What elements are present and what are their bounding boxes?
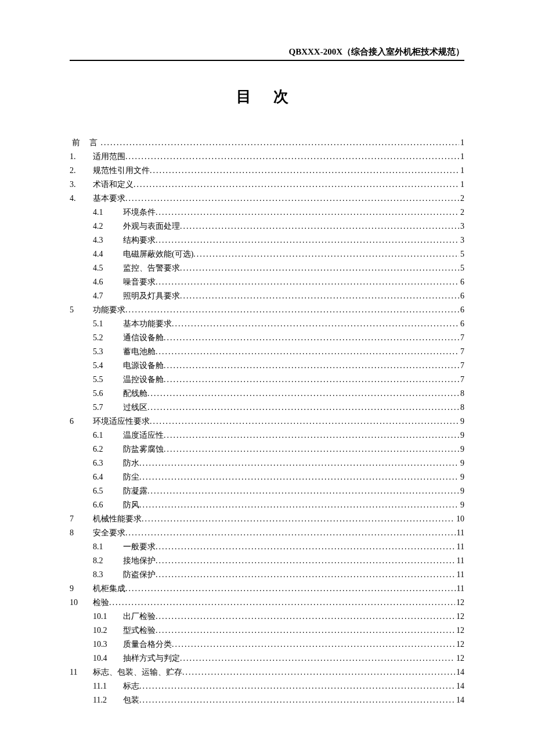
toc-dot-leader	[147, 387, 459, 401]
toc-entry-label: 出厂检验	[123, 610, 156, 624]
toc-entry-number: 6.6	[93, 498, 123, 512]
toc-entry-label: 环境适应性要求	[93, 415, 150, 429]
toc-entry-page: 8	[459, 401, 464, 415]
toc-entry-label: 标志、包装、运输、贮存	[93, 665, 182, 679]
toc-entry: 5.1基本功能要求6	[70, 317, 464, 331]
toc-entry: 4.7照明及灯具要求6	[70, 289, 464, 303]
toc-entry-page: 7	[459, 373, 464, 387]
toc-entry-number: 4.1	[93, 206, 123, 219]
toc-entry-label: 蓄电池舱	[123, 345, 156, 359]
toc-entry-page: 3	[459, 219, 464, 233]
toc-entry-label: 外观与表面处理	[123, 219, 180, 233]
toc-entry-page: 5	[459, 261, 464, 275]
toc-entry-number: 4.3	[93, 233, 123, 247]
toc-entry-number: 11	[70, 665, 93, 679]
toc-entry-number: 7	[70, 512, 93, 526]
toc-entry-number: 4.2	[93, 219, 123, 233]
toc-entry-page: 11	[456, 554, 464, 568]
toc-entry-page: 6	[459, 303, 464, 317]
toc-entry-page: 7	[459, 345, 464, 359]
toc-entry: 6.5防凝露9	[70, 484, 464, 498]
toc-dot-leader	[156, 540, 456, 554]
toc-entry: 5.5温控设备舱7	[70, 373, 464, 387]
toc-dot-leader	[134, 178, 459, 192]
toc-entry-label: 温控设备舱	[123, 373, 164, 387]
toc-dot-leader	[172, 638, 455, 651]
toc-entry-number: 5.1	[93, 317, 123, 331]
toc-entry-page: 12	[455, 638, 464, 651]
toc-entry-label: 防凝露	[123, 484, 147, 498]
toc-entry-label: 质量合格分类	[123, 638, 172, 651]
toc-entry-page: 12	[455, 651, 464, 665]
toc-dot-leader	[139, 456, 459, 470]
toc-entry: 4.4电磁屏蔽效能(可选)5	[70, 247, 464, 261]
toc-entry: 5.4电源设备舱7	[70, 359, 464, 373]
toc-title: 目 次	[70, 87, 464, 107]
toc-dot-leader	[125, 150, 459, 164]
toc-entry: 6.2防盐雾腐蚀9	[70, 442, 464, 456]
toc-entry-page: 9	[459, 484, 464, 498]
toc-entry: 10.1出厂检验12	[70, 610, 464, 624]
toc-dot-leader	[125, 192, 459, 206]
page-header: QBXXX-200X（综合接入室外机柜技术规范）	[70, 46, 464, 61]
toc-entry: 10.4抽样方式与判定12	[70, 651, 464, 665]
toc-entry-page: 10	[455, 512, 464, 526]
toc-entry-page: 9	[459, 429, 464, 442]
toc-entry-page: 14	[455, 665, 464, 679]
toc-entry-number: 10.1	[93, 610, 123, 624]
toc-entry-number: 6.4	[93, 470, 123, 484]
toc-entry: 4.2外观与表面处理3	[70, 219, 464, 233]
toc-entry-label: 噪音要求	[123, 275, 156, 289]
toc-entry-page: 6	[459, 289, 464, 303]
toc-dot-leader	[172, 317, 459, 331]
toc-entry-page: 1	[459, 178, 464, 192]
toc-dot-leader	[139, 498, 459, 512]
toc-dot-leader	[147, 484, 459, 498]
toc-dot-leader	[193, 247, 459, 261]
toc-entry-label: 标志	[123, 679, 139, 693]
toc-entry-page: 7	[459, 331, 464, 345]
toc-entry-label: 功能要求	[93, 303, 125, 317]
toc-dot-leader	[156, 275, 459, 289]
toc-entry-label: 机械性能要求	[93, 512, 142, 526]
toc-entry-number: 5.6	[93, 387, 123, 401]
toc-entry-number: 8.3	[93, 568, 123, 582]
toc-dot-leader	[164, 429, 459, 442]
toc-entry-label: 防尘	[123, 470, 139, 484]
toc-dot-leader	[125, 582, 456, 596]
toc-dot-leader	[156, 345, 459, 359]
toc-entry: 8.2接地保护11	[70, 554, 464, 568]
toc-entry-label: 术语和定义	[93, 178, 134, 192]
toc-entry-number: 6.5	[93, 484, 123, 498]
toc-entry-page: 11	[456, 582, 464, 596]
toc-entry-page: 7	[459, 359, 464, 373]
toc-entry-page: 12	[455, 596, 464, 610]
toc-entry-label: 一般要求	[123, 540, 156, 554]
toc-entry-page: 6	[459, 317, 464, 331]
toc-entry-page: 2	[459, 206, 464, 219]
toc-entry-number: 5.2	[93, 331, 123, 345]
toc-entry: 8.3防盗保护11	[70, 568, 464, 582]
toc-dot-leader	[147, 401, 459, 415]
toc-entry: 5.7过线区8	[70, 401, 464, 415]
toc-entry: 9机柜集成11	[70, 582, 464, 596]
toc-dot-leader	[109, 596, 455, 610]
toc-entry-label: 防风	[123, 498, 139, 512]
toc-dot-leader	[156, 554, 456, 568]
toc-entry: 10.3质量合格分类12	[70, 638, 464, 651]
toc-entry-label: 照明及灯具要求	[123, 289, 180, 303]
toc-dot-leader	[139, 693, 455, 707]
toc-dot-leader	[180, 219, 459, 233]
toc-entry-label: 基本功能要求	[123, 317, 172, 331]
toc-entry-page: 11	[456, 540, 464, 554]
toc-entry-page: 12	[455, 610, 464, 624]
toc-entry: 6.1温度适应性9	[70, 429, 464, 442]
toc-entry: 3.术语和定义1	[70, 178, 464, 192]
toc-entry: 4.5监控、告警要求5	[70, 261, 464, 275]
toc-entry: 5.6配线舱8	[70, 387, 464, 401]
toc-entry: 前 言1	[70, 136, 464, 150]
toc-entry-page: 1	[459, 136, 464, 150]
toc-entry-label: 环境条件	[123, 206, 156, 219]
toc-entry-page: 11	[456, 568, 464, 582]
toc-entry-page: 6	[459, 275, 464, 289]
